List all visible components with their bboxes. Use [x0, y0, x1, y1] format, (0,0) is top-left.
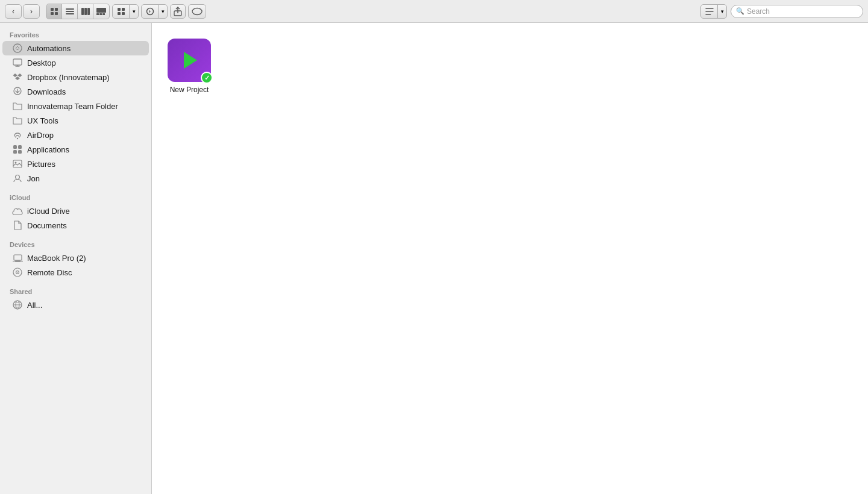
svg-rect-13 [102, 13, 105, 15]
share-button[interactable] [170, 4, 186, 19]
sidebar-label-applications: Applications [27, 145, 69, 154]
search-icon: 🔍 [736, 7, 744, 15]
sidebar-item-pictures[interactable]: Pictures [2, 157, 149, 171]
automations-icon [12, 43, 23, 54]
gallery-view-button[interactable] [93, 4, 109, 19]
remote-disc-icon [12, 267, 23, 278]
innovatemap-folder-icon [12, 101, 23, 111]
sidebar-item-automations[interactable]: Automations [2, 41, 149, 55]
svg-point-30 [15, 162, 17, 164]
search-box[interactable]: 🔍 Search [731, 5, 863, 18]
svg-rect-32 [14, 255, 22, 260]
downloads-icon [12, 86, 23, 97]
sidebar-label-desktop: Desktop [27, 58, 56, 67]
sidebar-label-remote-disc: Remote Disc [27, 268, 72, 277]
sidebar-label-downloads: Downloads [27, 87, 66, 96]
sidebar-label-dropbox: Dropbox (Innovatemap) [27, 73, 110, 82]
svg-rect-5 [66, 11, 74, 12]
jon-icon [12, 173, 23, 184]
svg-point-24 [17, 138, 18, 139]
svg-rect-3 [55, 12, 58, 15]
toolbar-right: ▾ 🔍 Search [700, 4, 863, 19]
svg-rect-11 [96, 13, 99, 15]
column-view-button[interactable] [78, 4, 93, 19]
sidebar-item-ux-tools[interactable]: UX Tools [2, 113, 149, 128]
svg-point-20 [192, 8, 202, 14]
nav-buttons: ‹ › [5, 4, 40, 19]
svg-rect-22 [13, 59, 22, 65]
svg-rect-12 [99, 13, 102, 15]
toolbar: ‹ › [0, 0, 868, 23]
file-name-label: New Project [170, 86, 209, 94]
sidebar-label-jon: Jon [27, 174, 40, 183]
dropbox-icon [12, 72, 23, 83]
sidebar-label-airdrop: AirDrop [27, 131, 54, 140]
content-area: ✓ New Project [152, 23, 868, 494]
sidebar-item-downloads[interactable]: Downloads [2, 84, 149, 99]
svg-rect-14 [118, 8, 121, 11]
sidebar-label-pictures: Pictures [27, 160, 55, 169]
list-view-button[interactable] [62, 4, 78, 19]
icloud-drive-icon [12, 205, 23, 216]
svg-rect-27 [13, 150, 17, 154]
dropmenu-button[interactable]: ▾ [700, 4, 727, 19]
sidebar-item-dropbox[interactable]: Dropbox (Innovatemap) [2, 70, 149, 84]
icloud-header: iCloud [0, 190, 151, 204]
back-button[interactable]: ‹ [5, 4, 22, 19]
svg-rect-1 [55, 8, 58, 11]
new-project-icon: ✓ [168, 39, 211, 82]
main-container: Favorites Automations Desktop [0, 23, 868, 494]
sidebar-item-remote-disc[interactable]: Remote Disc [2, 265, 149, 280]
svg-point-35 [17, 272, 18, 273]
sidebar-item-all[interactable]: All... [2, 298, 149, 312]
sidebar-label-ux-tools: UX Tools [27, 116, 58, 125]
pictures-icon [12, 158, 23, 169]
ux-tools-folder-icon [12, 115, 23, 126]
action-button[interactable]: ▾ [141, 4, 168, 19]
svg-rect-6 [66, 13, 74, 14]
svg-rect-7 [81, 8, 84, 15]
svg-rect-9 [87, 8, 90, 15]
svg-rect-16 [118, 12, 121, 15]
shared-all-icon [12, 299, 23, 310]
svg-rect-26 [18, 145, 22, 149]
sidebar-label-innovatemap: Innovatemap Team Folder [27, 102, 118, 111]
sidebar-item-applications[interactable]: Applications [2, 142, 149, 157]
svg-rect-8 [84, 8, 87, 15]
sidebar-item-airdrop[interactable]: AirDrop [2, 128, 149, 142]
svg-rect-28 [18, 150, 22, 154]
sidebar-item-macbook-pro[interactable]: MacBook Pro (2) [2, 251, 149, 265]
sidebar-label-all: All... [27, 301, 42, 310]
sidebar-item-desktop[interactable]: Desktop [2, 55, 149, 70]
sidebar-label-automations: Automations [27, 44, 71, 53]
svg-point-31 [16, 175, 20, 180]
macbook-icon [12, 252, 23, 263]
svg-rect-17 [122, 12, 125, 15]
icon-view-button[interactable] [46, 4, 62, 19]
arrange-button[interactable]: ▾ [112, 4, 139, 19]
sidebar-item-jon[interactable]: Jon [2, 171, 149, 186]
desktop-icon [12, 57, 23, 68]
shared-header: Shared [0, 284, 151, 298]
file-new-project[interactable]: ✓ New Project [164, 35, 215, 98]
svg-rect-2 [51, 12, 54, 15]
sidebar-item-innovatemap-team[interactable]: Innovatemap Team Folder [2, 99, 149, 113]
sidebar: Favorites Automations Desktop [0, 23, 152, 494]
documents-icon [12, 220, 23, 231]
svg-rect-29 [13, 160, 22, 167]
sidebar-item-icloud-drive[interactable]: iCloud Drive [2, 204, 149, 218]
checkmark-badge: ✓ [201, 72, 213, 84]
applications-icon [12, 144, 23, 155]
view-controls [46, 4, 110, 19]
forward-button[interactable]: › [23, 4, 40, 19]
airdrop-icon [12, 130, 23, 140]
devices-header: Devices [0, 237, 151, 251]
search-placeholder: Search [747, 7, 770, 16]
svg-rect-10 [96, 8, 106, 13]
action-dropdown-arrow: ▾ [159, 5, 167, 18]
sidebar-item-documents[interactable]: Documents [2, 218, 149, 233]
svg-rect-4 [66, 8, 74, 10]
sidebar-label-macbook-pro: MacBook Pro (2) [27, 254, 86, 263]
tag-button[interactable] [188, 4, 206, 19]
svg-rect-15 [122, 8, 125, 11]
